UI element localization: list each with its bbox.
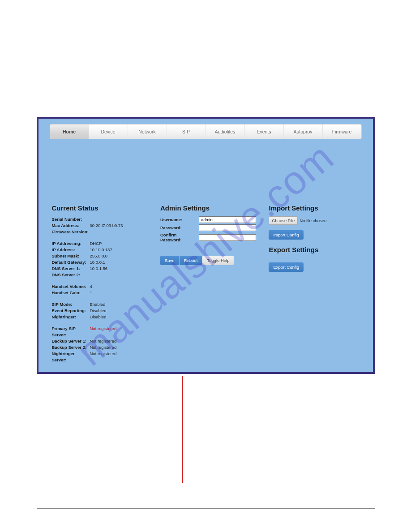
confirm-label: Confirm Password: (160, 232, 199, 242)
current-status-col: Current Status Serial Number: Mac Addres… (52, 204, 152, 363)
confirm-row: Confirm Password: (160, 232, 261, 242)
tab-network[interactable]: Network (128, 124, 167, 139)
current-status-heading: Current Status (52, 204, 152, 212)
status-ipaddr: IP Address:10.10.0.137 (52, 247, 152, 253)
admin-button-row: Save Reboot Toggle Help (160, 256, 261, 265)
status-serial: Serial Number: (52, 216, 152, 223)
username-label: Username: (160, 217, 199, 222)
status-dns1: DNS Server 1:10.0.1.56 (52, 266, 152, 272)
bottom-rule (37, 508, 375, 509)
status-primary-sip: Primary SIP Server:Not registered (52, 326, 152, 338)
save-button[interactable]: Save (160, 256, 179, 265)
password-label: Password: (160, 225, 199, 230)
app-panel: Home Device Network SIP Audiofiles Event… (39, 119, 373, 372)
tab-sip[interactable]: SIP (167, 124, 206, 139)
tab-events[interactable]: Events (245, 124, 284, 139)
tab-firmware[interactable]: Firmware (323, 124, 361, 139)
import-heading: Import Settings (269, 204, 359, 212)
export-heading: Export Settings (269, 246, 359, 253)
import-export-col: Import Settings Choose File No file chos… (269, 204, 359, 363)
admin-heading: Admin Settings (160, 204, 261, 212)
tab-device[interactable]: Device (89, 124, 128, 139)
tab-autoprov[interactable]: Autoprov (284, 124, 323, 139)
tab-audiofiles[interactable]: Audiofiles (206, 124, 245, 139)
status-nightringer: Nightringer:Disabled (52, 314, 152, 320)
status-event-report: Event Reporting:Disabled (52, 308, 152, 314)
status-backup2: Backup Server 2:Not registered (52, 344, 152, 351)
choose-file-row: Choose File No file chosen (269, 216, 359, 225)
status-backup1: Backup Server 1:Not registered (52, 338, 152, 344)
status-nightringer-server: Nightringer Server:Not registered (52, 351, 152, 363)
tab-bar: Home Device Network SIP Audiofiles Event… (50, 124, 362, 139)
status-subnet: Subnet Mask:255.0.0.0 (52, 253, 152, 259)
status-handset-vol: Handset Volume:4 (52, 283, 152, 290)
import-config-button[interactable]: Import Config (269, 230, 303, 240)
status-mac: Mac Address:00:20:f7:03:b9:73 (52, 223, 152, 229)
toggle-help-button[interactable]: Toggle Help (202, 256, 234, 265)
username-input[interactable] (199, 216, 256, 223)
no-file-label: No file chosen (300, 218, 326, 223)
password-input[interactable] (199, 224, 256, 231)
top-rule (36, 36, 193, 36)
status-handset-gain: Handset Gain:1 (52, 290, 152, 296)
status-ipaddr-mode: IP Addressing:DHCP (52, 240, 152, 247)
confirm-input[interactable] (199, 234, 256, 241)
app-frame: Home Device Network SIP Audiofiles Event… (37, 117, 375, 374)
choose-file-button[interactable]: Choose File (269, 216, 298, 225)
status-sip-mode: SIP Mode:Enabled (52, 301, 152, 308)
reboot-button[interactable]: Reboot (180, 256, 202, 265)
username-row: Username: (160, 216, 261, 223)
callout-line (182, 376, 183, 483)
export-config-button[interactable]: Export Config (269, 262, 304, 272)
password-row: Password: (160, 224, 261, 231)
admin-settings-col: Admin Settings Username: Password: Confi… (160, 204, 261, 363)
status-dns2: DNS Server 2: (52, 272, 152, 278)
status-gateway: Default Gateway:10.0.0.1 (52, 259, 152, 266)
status-firmware: Firmware Version: (52, 229, 152, 235)
tab-home[interactable]: Home (50, 124, 89, 139)
